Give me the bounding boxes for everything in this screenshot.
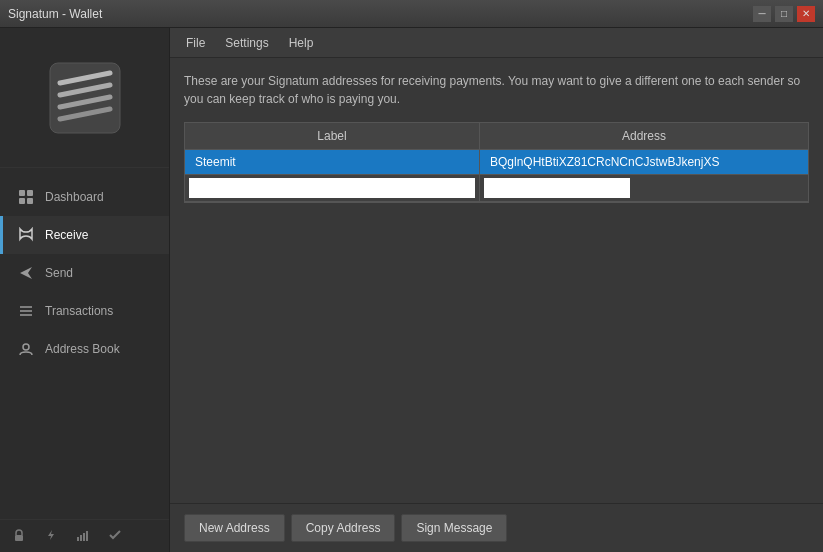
receive-icon <box>17 226 35 244</box>
col-header-address: Address <box>480 123 808 149</box>
minimize-button[interactable]: ─ <box>753 6 771 22</box>
svg-rect-8 <box>27 198 33 204</box>
page-description: These are your Signatum addresses for re… <box>184 72 809 108</box>
menu-settings[interactable]: Settings <box>215 32 278 54</box>
sidebar-item-send[interactable]: Send <box>0 254 169 292</box>
svg-rect-7 <box>19 198 25 204</box>
dashboard-icon <box>17 188 35 206</box>
dashboard-label: Dashboard <box>45 190 104 204</box>
svg-rect-6 <box>27 190 33 196</box>
sidebar-item-transactions[interactable]: Transactions <box>0 292 169 330</box>
window-title: Signatum - Wallet <box>8 7 102 21</box>
svg-point-9 <box>23 344 29 350</box>
copy-address-button[interactable]: Copy Address <box>291 514 396 542</box>
svg-rect-5 <box>19 190 25 196</box>
menu-bar: File Settings Help <box>170 28 823 58</box>
svg-rect-14 <box>86 531 88 541</box>
menu-file[interactable]: File <box>176 32 215 54</box>
input-row <box>185 175 808 202</box>
address-book-icon <box>17 340 35 358</box>
transactions-icon <box>17 302 35 320</box>
nav-items: Dashboard Receive Send <box>0 168 169 519</box>
maximize-button[interactable]: □ <box>775 6 793 22</box>
app-container: Dashboard Receive Send <box>0 28 823 552</box>
sidebar-status <box>0 519 169 552</box>
main-content: File Settings Help These are your Signat… <box>170 28 823 552</box>
menu-help[interactable]: Help <box>279 32 324 54</box>
label-input[interactable] <box>189 178 475 198</box>
logo-area <box>0 28 169 168</box>
send-label: Send <box>45 266 73 280</box>
table-row[interactable]: Steemit BQglnQHtBtiXZ81CRcNCnCJstwBJkenj… <box>185 150 808 175</box>
new-address-button[interactable]: New Address <box>184 514 285 542</box>
address-table: Label Address Steemit BQglnQHtBtiXZ81CRc… <box>184 122 809 203</box>
send-icon <box>17 264 35 282</box>
sidebar-item-dashboard[interactable]: Dashboard <box>0 178 169 216</box>
sidebar-item-address-book[interactable]: Address Book <box>0 330 169 368</box>
receive-label: Receive <box>45 228 88 242</box>
sidebar-item-receive[interactable]: Receive <box>0 216 169 254</box>
signal-icon <box>76 528 92 544</box>
checkmark-icon <box>108 528 124 544</box>
address-input-cell <box>480 175 634 201</box>
col-header-label: Label <box>185 123 480 149</box>
close-button[interactable]: ✕ <box>797 6 815 22</box>
logo-icon <box>40 53 130 143</box>
sidebar: Dashboard Receive Send <box>0 28 170 552</box>
svg-rect-10 <box>15 535 23 541</box>
row-address: BQglnQHtBtiXZ81CRcNCnCJstwBJkenjXS <box>480 150 808 174</box>
address-book-label: Address Book <box>45 342 120 356</box>
svg-rect-13 <box>83 533 85 541</box>
address-input[interactable] <box>484 178 630 198</box>
page-content: These are your Signatum addresses for re… <box>170 58 823 503</box>
lock-icon <box>12 528 28 544</box>
row-label: Steemit <box>185 150 480 174</box>
window-controls: ─ □ ✕ <box>753 6 815 22</box>
sign-message-button[interactable]: Sign Message <box>401 514 507 542</box>
svg-rect-11 <box>77 537 79 541</box>
lightning-icon <box>44 528 60 544</box>
svg-rect-12 <box>80 535 82 541</box>
transactions-label: Transactions <box>45 304 113 318</box>
footer-actions: New Address Copy Address Sign Message <box>170 503 823 552</box>
table-header: Label Address <box>185 123 808 150</box>
title-bar: Signatum - Wallet ─ □ ✕ <box>0 0 823 28</box>
label-input-cell <box>185 175 480 201</box>
